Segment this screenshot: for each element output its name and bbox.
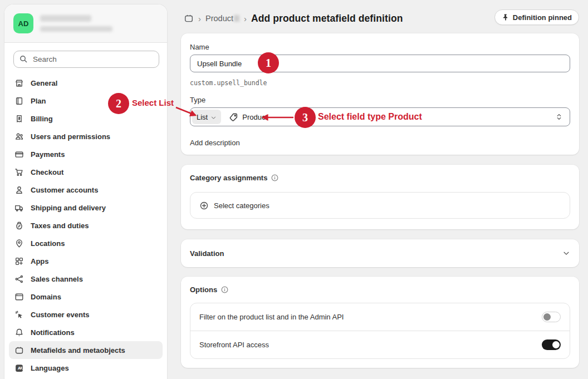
sidebar-item-label: Apps xyxy=(31,257,49,265)
customer-accounts-icon xyxy=(13,185,24,195)
info-icon[interactable] xyxy=(271,174,279,182)
svg-text:A: A xyxy=(17,366,21,371)
sidebar-item-notifications[interactable]: Notifications xyxy=(9,323,163,341)
sidebar-item-languages[interactable]: ALanguages xyxy=(9,359,163,377)
breadcrumb-parent[interactable]: Product xyxy=(205,14,239,23)
billing-icon xyxy=(13,114,24,124)
select-caret-icon xyxy=(555,113,563,121)
sidebar-item-label: Languages xyxy=(31,364,69,372)
product-tag-icon xyxy=(229,112,238,122)
select-categories-label: Select categories xyxy=(214,201,270,210)
customer-events-icon xyxy=(13,310,24,319)
sidebar-item-label: Metafields and metaobjects xyxy=(31,346,125,355)
filter-on-the-product-list-and-in-the-admin-api-toggle[interactable] xyxy=(542,312,561,322)
info-icon[interactable] xyxy=(220,286,229,294)
sidebar-item-taxes-and-duties[interactable]: Taxes and duties xyxy=(9,216,163,234)
sidebar-item-metafields-and-metaobjects[interactable]: Metafields and metaobjects xyxy=(9,341,163,359)
name-label: Name xyxy=(190,43,570,51)
chevron-down-icon xyxy=(210,114,217,120)
notifications-icon xyxy=(13,328,24,337)
pin-icon xyxy=(502,13,509,21)
add-description-button[interactable]: Add description xyxy=(190,139,240,147)
sidebar-item-label: Sales channels xyxy=(31,275,83,283)
breadcrumb: › Product › Add product metafield defini… xyxy=(184,11,403,26)
sidebar-item-sales-channels[interactable]: Sales channels xyxy=(9,270,163,288)
sidebar-item-customer-accounts[interactable]: Customer accounts xyxy=(9,181,163,199)
sidebar-item-payments[interactable]: Payments xyxy=(9,145,163,163)
settings-page: AD GeneralPlanBillingUsers and permissio… xyxy=(0,0,588,379)
sidebar-item-label: Users and permissions xyxy=(31,132,110,141)
type-label: Type xyxy=(190,96,570,104)
select-categories-button[interactable]: Select categories xyxy=(190,192,570,219)
options-title: Options xyxy=(190,286,217,294)
locations-icon xyxy=(13,239,24,248)
breadcrumb-separator: › xyxy=(198,14,201,23)
sidebar-item-label: Taxes and duties xyxy=(31,222,89,230)
sidebar-item-general[interactable]: General xyxy=(9,74,163,92)
annotation-step-1: 1 xyxy=(258,52,279,73)
sidebar-item-billing[interactable]: Billing xyxy=(9,110,163,127)
shipping-icon xyxy=(13,203,24,213)
settings-sidebar: AD GeneralPlanBillingUsers and permissio… xyxy=(4,4,167,379)
definition-pinned-label: Definition pinned xyxy=(513,13,572,22)
settings-nav: GeneralPlanBillingUsers and permissionsP… xyxy=(4,74,167,377)
validation-title: Validation xyxy=(190,249,224,258)
sidebar-item-checkout[interactable]: Checkout xyxy=(9,163,163,181)
options-card: Options Filter on the product list and i… xyxy=(181,277,579,368)
annotation-label-select-field-type: Select field type Product xyxy=(318,112,422,122)
store-name-redacted xyxy=(40,15,91,22)
store-header[interactable]: AD xyxy=(4,4,167,43)
metafields-icon xyxy=(13,346,24,355)
metafields-icon xyxy=(184,13,194,23)
annotation-label-select-list: Select List xyxy=(132,98,174,107)
sidebar-item-label: General xyxy=(31,79,57,87)
chevron-down-icon xyxy=(562,249,570,257)
page-title: Add product metafield definition xyxy=(251,13,403,24)
breadcrumb-separator: › xyxy=(244,14,247,23)
apps-icon xyxy=(13,257,24,266)
sidebar-item-label: Checkout xyxy=(31,168,63,176)
sidebar-item-label: Plan xyxy=(31,97,46,105)
sidebar-item-label: Payments xyxy=(31,150,65,159)
option-label: Filter on the product list and in the Ad… xyxy=(199,313,344,321)
sidebar-item-label: Customer events xyxy=(31,311,89,319)
sales-channels-icon xyxy=(13,274,24,284)
taxes-icon xyxy=(13,221,24,230)
namespace-key: custom.upsell_bundle xyxy=(190,79,570,87)
plan-icon xyxy=(13,96,24,106)
sidebar-item-locations[interactable]: Locations xyxy=(9,234,163,252)
payments-icon xyxy=(13,150,24,159)
storefront-api-access-toggle[interactable] xyxy=(542,339,561,350)
category-assignments-card: Category assignments Select categories xyxy=(181,165,579,229)
store-icon xyxy=(13,78,24,88)
definition-pinned-button[interactable]: Definition pinned xyxy=(494,9,579,25)
sidebar-item-customer-events[interactable]: Customer events xyxy=(9,306,163,323)
search-icon xyxy=(19,55,28,63)
list-chip[interactable]: List xyxy=(192,110,221,124)
store-identity xyxy=(40,15,112,32)
plus-circle-icon xyxy=(199,201,209,210)
users-icon xyxy=(13,132,24,141)
sidebar-item-domains[interactable]: Domains xyxy=(9,288,163,306)
sidebar-item-label: Shipping and delivery xyxy=(31,204,106,212)
sidebar-item-users-and-permissions[interactable]: Users and permissions xyxy=(9,127,163,145)
option-row: Storefront API access xyxy=(190,331,570,358)
sidebar-item-shipping-and-delivery[interactable]: Shipping and delivery xyxy=(9,199,163,216)
store-avatar: AD xyxy=(13,13,33,33)
validation-card[interactable]: Validation xyxy=(181,239,579,267)
sidebar-item-apps[interactable]: Apps xyxy=(9,252,163,270)
options-list: Filter on the product list and in the Ad… xyxy=(190,303,570,359)
annotation-step-2: 2 xyxy=(108,93,129,114)
store-email-redacted xyxy=(40,26,112,32)
type-value: Product xyxy=(242,113,267,121)
category-assignments-title: Category assignments xyxy=(190,174,267,182)
sidebar-item-label: Billing xyxy=(31,115,53,123)
search-input[interactable] xyxy=(13,51,159,68)
option-row: Filter on the product list and in the Ad… xyxy=(190,303,570,331)
checkout-icon xyxy=(13,168,24,177)
domains-icon xyxy=(13,292,24,302)
sidebar-item-label: Customer accounts xyxy=(31,186,98,194)
option-label: Storefront API access xyxy=(199,341,269,349)
name-input[interactable] xyxy=(190,55,570,72)
sidebar-item-label: Locations xyxy=(31,239,65,248)
